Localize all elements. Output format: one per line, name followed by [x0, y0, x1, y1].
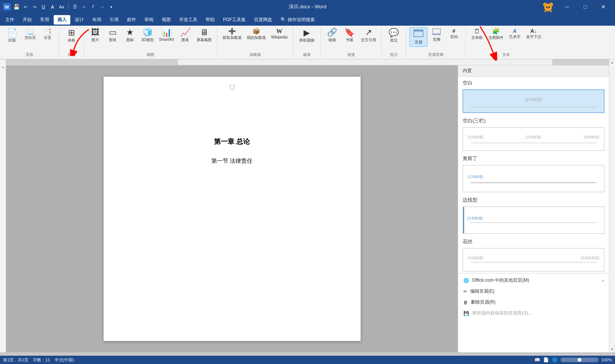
more-icon[interactable]: ▾: [108, 3, 115, 10]
menu-file[interactable]: 文件: [2, 15, 18, 25]
list-icon: ☰: [71, 3, 78, 10]
austin-item[interactable]: [文档标题]: [463, 165, 604, 192]
filigree-item-inner: [文档标题] [文档副标题]: [463, 248, 604, 271]
undo-btn[interactable]: ↩: [22, 3, 29, 10]
austin-separator: [471, 182, 596, 183]
cover-btn[interactable]: 📄 封面: [3, 27, 21, 45]
menu-common[interactable]: 常用: [36, 15, 53, 25]
get-addins-btn[interactable]: ➕ 获取加载项: [220, 27, 244, 42]
delete-header-btn[interactable]: 🗑 删除页眉(R): [458, 297, 609, 308]
filigree-item[interactable]: [文档标题] [文档副标题]: [463, 248, 604, 271]
doc-area: 第一章 总论 第一节 法律责任: [6, 65, 458, 352]
save-btn[interactable]: 💾: [13, 3, 20, 10]
menu-design[interactable]: 设计: [71, 15, 88, 25]
scroll-up-btn[interactable]: ▲: [609, 59, 615, 65]
crossref-btn[interactable]: ↗ 交叉引用: [359, 27, 378, 44]
menu-baidu[interactable]: 百度网盘: [250, 15, 276, 25]
redo-btn[interactable]: ↪: [31, 3, 38, 10]
zoom-slider[interactable]: [561, 358, 598, 362]
doc-page: 第一章 总论 第一节 法律责任: [104, 77, 361, 341]
my-addins-label: 我的加载项: [247, 35, 266, 40]
office-more-btn[interactable]: 🌐 Office.com 中的其他页层(M) ›: [458, 275, 609, 286]
docpart-label: 文档部件: [488, 35, 503, 40]
filigree-section: 花丝 [文档标题] [文档副标题]: [458, 235, 609, 273]
picture-label: 图片: [91, 37, 99, 43]
sideline-section-title: 边线型: [458, 194, 609, 205]
wikipedia-icon: W: [276, 28, 282, 34]
search-icon: 🔍: [280, 17, 286, 22]
blank3col-item[interactable]: [文档标题] [文档标题] [文档标题]: [463, 127, 604, 151]
austin-section: 奥斯丁 [文档标题]: [458, 152, 609, 194]
menu-insert[interactable]: 插入: [54, 15, 70, 25]
menu-pdf[interactable]: PDF工具集: [219, 15, 249, 25]
dropcap-icon: A↓: [530, 28, 537, 34]
online-video-icon: ▶: [304, 29, 310, 37]
footer-btn[interactable]: 页脚: [428, 27, 445, 43]
blank-item[interactable]: [文档标题]: [463, 89, 604, 113]
link-btn[interactable]: 🔗 链接: [324, 27, 341, 44]
header-btn[interactable]: 页眉: [409, 27, 428, 47]
view-read-btn[interactable]: 📖: [534, 357, 540, 362]
smartart-btn[interactable]: 📊 SmartArt: [157, 27, 176, 43]
font-size-icon: Aa: [58, 3, 65, 10]
menu-reference[interactable]: 引用: [106, 15, 122, 25]
online-video-btn[interactable]: ▶ 联机视频: [296, 27, 318, 45]
wikipedia-btn[interactable]: W Wikipedia: [269, 27, 290, 40]
chart-label: 图表: [181, 37, 189, 43]
page-break-btn[interactable]: 📑 分页: [39, 27, 56, 42]
panel-footer: 🌐 Office.com 中的其他页层(M) › ✏ 编辑页眉(E) 🗑 删除页…: [458, 273, 609, 320]
blank-page-btn[interactable]: 📃 空白页: [22, 27, 39, 42]
bookmark-btn[interactable]: 🔖 书签: [341, 27, 358, 44]
blank-page-icon: 📃: [26, 28, 34, 34]
cover-label: 封面: [8, 38, 16, 43]
table-btn[interactable]: ⊞ 表格: [62, 27, 81, 45]
textbox-btn[interactable]: 🗒 文本框: [469, 27, 485, 42]
menu-view[interactable]: 视图: [158, 15, 175, 25]
page-break-icon: 📑: [44, 28, 51, 34]
menu-mail[interactable]: 邮件: [123, 15, 140, 25]
docpart-btn[interactable]: 🧩 文档部件: [486, 27, 506, 42]
minimize-btn[interactable]: ─: [558, 0, 576, 14]
chart-btn[interactable]: 📈 图表: [177, 27, 194, 44]
page-number-btn[interactable]: # 页码: [446, 27, 462, 41]
view-page-btn[interactable]: 📄: [543, 357, 549, 362]
blank-section-title: 空白: [458, 77, 609, 88]
filigree-section-title: 花丝: [458, 235, 609, 247]
close-btn[interactable]: ✕: [595, 0, 612, 14]
svg-point-3: [544, 3, 546, 6]
picture-btn[interactable]: 🖼 图片: [87, 27, 104, 44]
edit-header-btn[interactable]: ✏ 编辑页眉(E): [458, 286, 609, 297]
3d-btn[interactable]: 🧊 3D模型: [139, 27, 156, 44]
table-group-label: 表格: [68, 52, 75, 57]
menu-layout[interactable]: 布局: [88, 15, 105, 25]
wordart-label: 艺术字: [509, 34, 521, 40]
menu-search[interactable]: 🔍 操作说明搜索: [277, 15, 319, 25]
menu-review[interactable]: 审阅: [141, 15, 157, 25]
maximize-btn[interactable]: □: [576, 0, 594, 14]
menu-developer[interactable]: 开发工具: [175, 15, 201, 25]
title-text: 演示.docx - Word: [289, 3, 326, 10]
status-bar: 第1页，共1页 字数：11 中文(中国) 📖 📄 🌐 100%: [0, 356, 615, 364]
screenshot-btn[interactable]: 🖥 屏幕截图: [194, 27, 214, 44]
sideline-item[interactable]: [文档标题]: [463, 207, 604, 234]
scroll-down-btn[interactable]: ▼: [609, 346, 615, 352]
header-label: 页眉: [415, 40, 422, 45]
menu-help[interactable]: 帮助: [202, 15, 218, 25]
header-footer-group-items: 页眉 页脚 # 页码: [409, 27, 462, 51]
wordart-btn[interactable]: A 艺术字: [507, 27, 523, 41]
comment-group-label: 批注: [390, 52, 398, 57]
icon-btn[interactable]: ★ 图标: [122, 27, 138, 44]
menu-home[interactable]: 开始: [19, 15, 36, 25]
dropcap-btn[interactable]: A↓ 首字下沉: [524, 27, 544, 41]
ribbon-group-comment: 💬 批注 批注: [382, 27, 406, 57]
my-addins-btn[interactable]: 📦 我的加载项: [245, 27, 268, 42]
comment-btn[interactable]: 💬 批注: [385, 27, 403, 45]
shape-btn[interactable]: ▭ 形状: [104, 27, 121, 44]
view-web-btn[interactable]: 🌐: [552, 357, 558, 362]
font-color-icon: A: [49, 3, 56, 10]
work-area: ◂ 第一章 总论 第一节 法律责任 内置: [0, 59, 615, 352]
word-count: 字数：11: [33, 357, 50, 363]
addins-group-items: ➕ 获取加载项 📦 我的加载项 W Wikipedia: [220, 27, 290, 51]
svg-point-7: [547, 8, 550, 10]
page-info: 第1页，共1页: [3, 357, 28, 363]
